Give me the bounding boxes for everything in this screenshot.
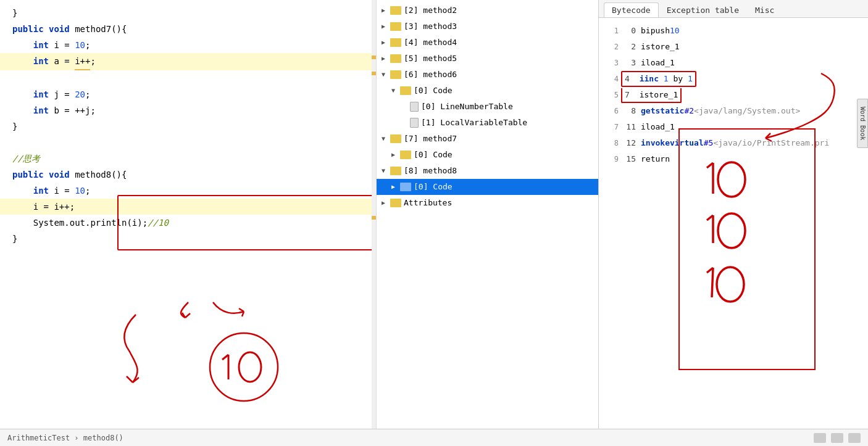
tab-exception-table[interactable]: Exception table xyxy=(659,2,747,17)
annotation-rect-bottom-left xyxy=(117,195,377,250)
status-icon-2[interactable] xyxy=(831,433,843,443)
tree-panel: ▶ [2] method2 ▶ [3] method3 ▶ [4] method… xyxy=(377,0,599,429)
tree-item-linenumbertable[interactable]: [0] LineNumberTable xyxy=(377,99,598,115)
tree-label: [0] LineNumberTable xyxy=(421,100,513,114)
tree-item-method7[interactable]: ▼ [7] method7 xyxy=(377,131,598,147)
tree-arrow: ▼ xyxy=(382,132,390,146)
word-book-tab[interactable]: Word Book xyxy=(857,99,868,148)
bc-line-6: 6 8 getstatic #2 <java/lang/System.out> xyxy=(606,103,861,119)
bc-line-7: 7 11 iload_1 xyxy=(606,119,861,135)
tree-label: [3] method3 xyxy=(404,20,457,33)
code-line: } xyxy=(0,5,376,21)
bc-line-3: 3 3 iload_1 xyxy=(606,55,861,71)
breadcrumb: ArithmeticTest › method8() xyxy=(7,434,123,442)
svg-point-5 xyxy=(717,267,744,302)
code-line xyxy=(0,279,376,295)
tree-label: [5] method5 xyxy=(404,52,457,65)
code-panel: } public void method7(){ int i = 10; int… xyxy=(0,0,377,429)
tree-item-method5[interactable]: ▶ [5] method5 xyxy=(377,51,598,67)
tree-label: [0] Code xyxy=(414,148,453,162)
tree-arrow: ▶ xyxy=(391,180,400,194)
tree-label: Attributes xyxy=(404,196,452,210)
bc-line-8: 8 12 invokevirtual #5 <java/io/PrintStre… xyxy=(606,135,861,151)
tree-item-method2[interactable]: ▶ [2] method2 xyxy=(377,2,598,19)
tree-arrow xyxy=(401,100,410,114)
code-line: int b = ++j; xyxy=(0,102,376,118)
bc-line-9: 9 15 return xyxy=(606,151,861,167)
tree-item-attributes[interactable]: ▶ Attributes xyxy=(377,195,598,211)
tree-label: [4] method4 xyxy=(404,36,457,49)
folder-icon xyxy=(390,199,401,207)
tree-arrow: ▶ xyxy=(391,148,400,162)
tree-arrow: ▶ xyxy=(382,52,390,65)
tree-arrow: ▶ xyxy=(382,196,390,210)
folder-icon xyxy=(390,22,401,31)
folder-icon xyxy=(390,38,401,47)
yellow-mark xyxy=(372,216,376,220)
status-bar: ArithmeticTest › method8() xyxy=(0,429,868,446)
bc-line-1: 1 0 bipush 10 xyxy=(606,23,861,39)
bc-line-4: 4 4 iinc 1 by 1 xyxy=(606,71,861,87)
tree-item-method6[interactable]: ▼ [6] method6 xyxy=(377,67,598,83)
status-icon-1[interactable] xyxy=(814,433,826,443)
folder-icon xyxy=(390,6,401,15)
tree-arrow: ▶ xyxy=(382,4,390,17)
tree-item-method8-code[interactable]: ▶ [0] Code xyxy=(377,179,598,195)
code-line: } xyxy=(0,118,376,134)
tree-arrow: ▼ xyxy=(382,164,390,178)
yellow-mark xyxy=(372,56,376,59)
bc-line-2: 2 2 istore_1 xyxy=(606,39,861,55)
tree-arrow xyxy=(401,116,410,130)
folder-icon xyxy=(400,86,411,95)
tab-misc[interactable]: Misc xyxy=(747,2,782,17)
bc-highlight-iinc: 4 iinc 1 by 1 xyxy=(621,71,696,87)
tree-label: [2] method2 xyxy=(404,4,457,17)
tree-label: [0] Code xyxy=(414,84,453,97)
folder-icon xyxy=(390,54,401,63)
svg-point-4 xyxy=(718,213,745,248)
tree-label: [7] method7 xyxy=(404,132,457,146)
code-line-comment: //思考 xyxy=(0,151,376,167)
tree-arrow: ▼ xyxy=(382,68,390,81)
code-line: public void method8(){ xyxy=(0,167,376,183)
svg-point-3 xyxy=(718,162,745,197)
svg-point-1 xyxy=(239,352,261,382)
code-line: int i = 10; xyxy=(0,37,376,53)
tree-arrow: ▶ xyxy=(382,36,390,49)
status-icons xyxy=(814,433,861,443)
status-icon-3[interactable] xyxy=(848,433,861,443)
tree-item-localvariabletable[interactable]: [1] LocalVariableTable xyxy=(377,115,598,131)
tree-item-method8[interactable]: ▼ [8] method8 xyxy=(377,163,598,179)
tree-item-method7-code[interactable]: ▶ [0] Code xyxy=(377,147,598,163)
code-line: public void method7(){ xyxy=(0,21,376,37)
tree-arrow: ▶ xyxy=(382,20,390,33)
tree-label: [6] method6 xyxy=(404,68,457,81)
tree-label: [0] Code xyxy=(414,180,453,194)
code-area: } public void method7(){ int i = 10; int… xyxy=(0,0,376,300)
yellow-mark xyxy=(372,72,376,75)
folder-icon xyxy=(400,151,411,159)
tab-bytecode[interactable]: Bytecode xyxy=(604,2,659,17)
tree-arrow: ▼ xyxy=(391,84,400,97)
tree-item-method3[interactable]: ▶ [3] method3 xyxy=(377,19,598,35)
file-icon xyxy=(410,118,419,128)
folder-icon xyxy=(390,167,401,175)
folder-icon xyxy=(390,134,401,143)
folder-icon xyxy=(400,183,411,191)
code-line-highlight: int a = i++; xyxy=(0,53,376,70)
code-line: int j = 20; xyxy=(0,86,376,102)
code-line xyxy=(0,70,376,86)
folder-icon xyxy=(390,70,401,79)
bytecode-tabs: Bytecode Exception table Misc xyxy=(599,0,868,18)
tree-label: [8] method8 xyxy=(404,164,457,178)
yellow-gutter xyxy=(372,0,376,429)
svg-point-0 xyxy=(210,333,278,401)
bytecode-panel: Bytecode Exception table Misc 1 0 bipush… xyxy=(599,0,868,429)
code-line xyxy=(0,263,376,279)
tree-label: [1] LocalVariableTable xyxy=(421,116,527,130)
code-line xyxy=(0,134,376,151)
tree-item-method6-code[interactable]: ▼ [0] Code xyxy=(377,83,598,99)
tree-item-method4[interactable]: ▶ [4] method4 xyxy=(377,35,598,51)
file-icon xyxy=(410,102,419,112)
bc-line-5: 5 7 istore_1 xyxy=(606,87,861,103)
